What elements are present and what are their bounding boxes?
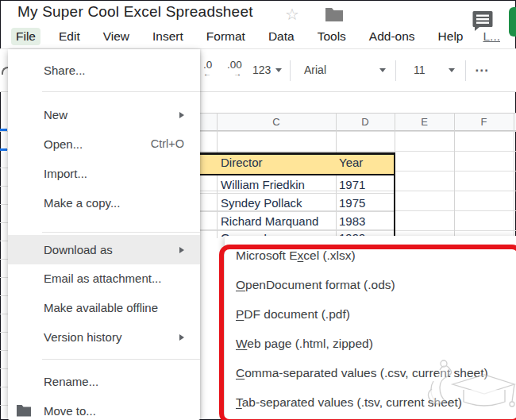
increase-decimal-button[interactable]: .00→ xyxy=(227,60,242,78)
column-header-f[interactable]: F xyxy=(454,116,514,128)
file-menu-item-rename[interactable]: Rename... xyxy=(8,367,200,396)
font-size-select[interactable]: 11 xyxy=(414,64,455,76)
star-icon[interactable]: ☆ xyxy=(285,5,299,24)
file-menu-item-share[interactable]: Share... xyxy=(8,56,200,85)
file-menu-item-version-history[interactable]: Version history xyxy=(8,322,200,352)
submenu-arrow-icon xyxy=(179,247,184,253)
table-border xyxy=(394,152,395,238)
gridline xyxy=(514,113,514,238)
menu-edit[interactable]: Edit xyxy=(54,28,85,45)
table-row[interactable]: William Friedkin 1971 xyxy=(200,175,395,194)
file-menu-item-make-a-copy[interactable]: Make a copy... xyxy=(8,188,200,218)
last-edit-link[interactable]: L... xyxy=(481,28,502,45)
submenu-item-html[interactable]: Web page (.html, zipped) xyxy=(225,329,516,358)
number-format-button[interactable]: 123 xyxy=(252,64,282,76)
file-menu: Share... New Open... Ctrl+O Import... Ma… xyxy=(8,49,200,420)
table-row[interactable]: Syndey Pollack 1975 xyxy=(200,194,395,212)
submenu-item-ods[interactable]: OpenDocument format (.ods) xyxy=(225,270,516,299)
gridline xyxy=(454,113,455,238)
file-menu-item-make-available-offline[interactable]: Make available offline xyxy=(8,293,200,322)
menu-add-ons[interactable]: Add-ons xyxy=(364,28,420,45)
file-menu-item-move-to[interactable]: Move to... xyxy=(8,396,200,420)
more-toolbar-button[interactable]: ⋯ xyxy=(475,62,489,79)
menu-data[interactable]: Data xyxy=(264,28,299,45)
menu-file[interactable]: File xyxy=(11,28,40,45)
decrease-decimal-button[interactable]: .0← xyxy=(203,60,212,78)
spreadsheet-title[interactable]: My Super Cool Excel Spreadsheet xyxy=(17,3,253,21)
download-as-submenu: Microsoft Excel (.xlsx) OpenDocument for… xyxy=(225,236,516,420)
file-menu-item-import[interactable]: Import... xyxy=(8,159,200,188)
toolbar-divider xyxy=(465,60,466,81)
table-header-row[interactable]: Director Year xyxy=(200,152,395,175)
menu-format[interactable]: Format xyxy=(202,28,250,45)
column-header-d[interactable]: D xyxy=(336,116,395,128)
share-button-edge[interactable] xyxy=(509,7,516,37)
toolbar-divider xyxy=(290,60,291,81)
submenu-arrow-icon xyxy=(179,334,184,341)
header-cell-director[interactable]: Director xyxy=(221,156,263,169)
column-header-row: C D E F xyxy=(198,113,516,131)
submenu-item-tsv[interactable]: Tab-separated values (.tsv, current shee… xyxy=(225,387,516,417)
right-arrow-icon: → xyxy=(233,69,241,78)
menu-separator xyxy=(42,232,200,233)
file-menu-item-email-as-attachment[interactable]: Email as attachment... xyxy=(8,264,200,293)
folder-icon xyxy=(16,403,32,418)
chevron-down-icon xyxy=(275,68,282,72)
folder-icon[interactable] xyxy=(325,6,344,22)
column-header-c[interactable]: C xyxy=(217,116,336,128)
menu-separator xyxy=(42,359,200,360)
submenu-item-pdf[interactable]: PDF document (.pdf) xyxy=(225,299,516,329)
toolbar-divider xyxy=(395,60,396,81)
left-arrow-icon: ← xyxy=(203,69,211,78)
menu-insert[interactable]: Insert xyxy=(148,28,188,45)
column-header-e[interactable]: E xyxy=(395,116,454,128)
sheet-grid-left-sliver xyxy=(0,131,8,420)
selection-indicator xyxy=(0,129,7,131)
chevron-down-icon xyxy=(449,68,455,72)
header-cell-year[interactable]: Year xyxy=(339,156,363,169)
submenu-item-csv[interactable]: Comma-separated values (.csv, current sh… xyxy=(225,358,516,387)
shortcut-label: Ctrl+O xyxy=(151,129,184,159)
font-family-select[interactable]: Arial xyxy=(304,64,386,76)
menu-view[interactable]: View xyxy=(98,28,134,45)
menu-separator xyxy=(42,91,200,92)
file-menu-item-new[interactable]: New xyxy=(8,100,200,129)
chevron-down-icon xyxy=(379,68,386,72)
menu-bar: File Edit View Insert Format Data Tools … xyxy=(11,25,502,47)
table-row[interactable]: Richard Marquand 1983 xyxy=(200,212,395,230)
menu-tools[interactable]: Tools xyxy=(313,28,351,45)
submenu-arrow-icon xyxy=(179,112,184,118)
selection-indicator xyxy=(0,148,7,151)
file-menu-item-open[interactable]: Open... Ctrl+O xyxy=(8,129,200,159)
app-window: My Super Cool Excel Spreadsheet ☆ File E… xyxy=(0,0,516,420)
submenu-item-xlsx[interactable]: Microsoft Excel (.xlsx) xyxy=(225,241,516,270)
file-menu-item-download-as[interactable]: Download as xyxy=(8,235,200,264)
menu-help[interactable]: Help xyxy=(433,28,468,45)
